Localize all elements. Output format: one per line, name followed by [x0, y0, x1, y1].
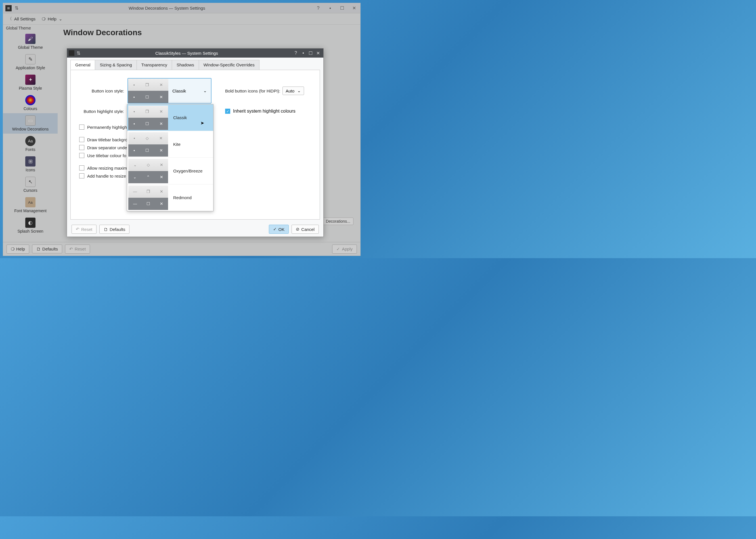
document-icon: 🗋 [104, 227, 108, 232]
draw-sep-label: Draw separator unde [87, 145, 127, 150]
classikstyles-dialog: ⇅ ClassikStyles — System Settings ? ▪ ☐ … [67, 48, 324, 237]
dialog-help-icon[interactable]: ? [292, 49, 300, 57]
dialog-close-icon[interactable]: ✕ [314, 49, 322, 57]
dialog-ok-button[interactable]: ✓OK [269, 225, 289, 234]
dialog-maximize-icon[interactable]: ☐ [307, 49, 314, 57]
dialog-title: ClassikStyles — System Settings [81, 51, 292, 56]
bold-icons-select[interactable]: Auto⌄ [282, 87, 304, 95]
tab-shadows[interactable]: Shadows [172, 60, 199, 70]
tab-panel-general: Button icon style: ▪❐✕ ▪☐✕ Classik⌄ Bold… [70, 70, 320, 220]
dialog-cancel-button[interactable]: ⊘Cancel [292, 225, 319, 234]
icon-style-thumb: ▪❐✕ ▪☐✕ [128, 79, 168, 103]
pin-icon[interactable]: ⇅ [75, 50, 81, 56]
button-icon-style-label: Button icon style: [76, 89, 128, 93]
button-icon-style-select[interactable]: ▪❐✕ ▪☐✕ Classik⌄ [128, 78, 212, 104]
dropdown-option-classik[interactable]: ▪❐✕ ▪☐✕ Classik ➤ [127, 105, 213, 131]
tab-transparency[interactable]: Transparency [137, 60, 172, 70]
use-colour-label: Use titlebar colour fo [87, 153, 126, 158]
perm-highlight-label: Permanently highligh [87, 125, 127, 130]
bold-icons-label: Bold button icons (for HiDPI): [225, 89, 280, 93]
draw-bg-label: Draw titlebar backgro [87, 137, 128, 142]
dialog-reset-button[interactable]: ↶Reset [71, 225, 97, 234]
button-highlight-style-label: Button highlight style: [76, 109, 128, 114]
cancel-icon: ⊘ [296, 227, 300, 232]
add-handle-label: Add handle to resize [87, 174, 126, 179]
draw-bg-checkbox[interactable] [79, 137, 84, 142]
dialog-app-icon [69, 50, 74, 56]
tab-window-specific-overrides[interactable]: Window-Specific Overrides [199, 60, 259, 70]
dialog-titlebar: ⇅ ClassikStyles — System Settings ? ▪ ☐ … [67, 48, 323, 58]
cursor-icon: ➤ [200, 120, 204, 126]
perm-highlight-checkbox[interactable] [79, 124, 84, 130]
tab-general[interactable]: General [70, 60, 95, 70]
inherit-colours-label: Inherit system highlight colours [233, 109, 296, 114]
add-handle-checkbox[interactable] [79, 173, 84, 179]
chevron-down-icon: ⌄ [203, 88, 207, 93]
tab-sizing-spacing[interactable]: Sizing & Spacing [95, 60, 137, 70]
undo-icon: ↶ [76, 227, 79, 232]
dropdown-option-redmond[interactable]: —❐✕ —☐✕ Redmond [127, 185, 213, 211]
dialog-defaults-button[interactable]: 🗋Defaults [99, 225, 130, 234]
button-highlight-style-dropdown: ▪❐✕ ▪☐✕ Classik ➤ ▪◇✕ ▪☐✕ Kite ⌄◇✕ ⌄⌃✕ O… [127, 104, 214, 211]
allow-resize-label: Allow resizing maxim [87, 166, 127, 171]
use-colour-checkbox[interactable] [79, 153, 84, 158]
dropdown-option-kite[interactable]: ▪◇✕ ▪☐✕ Kite [127, 131, 213, 158]
chevron-down-icon: ⌄ [297, 88, 301, 93]
draw-sep-checkbox[interactable] [79, 145, 84, 150]
allow-resize-checkbox[interactable] [79, 165, 84, 171]
dialog-tabs: General Sizing & Spacing Transparency Sh… [67, 58, 323, 70]
dialog-minimize-icon[interactable]: ▪ [300, 49, 307, 57]
dropdown-option-oxygen-breeze[interactable]: ⌄◇✕ ⌄⌃✕ Oxygen/Breeze [127, 158, 213, 185]
check-icon: ✓ [273, 227, 277, 232]
inherit-colours-checkbox[interactable]: ✓ [225, 109, 230, 114]
dialog-bottom-bar: ↶Reset 🗋Defaults ✓OK ⊘Cancel [67, 222, 323, 237]
